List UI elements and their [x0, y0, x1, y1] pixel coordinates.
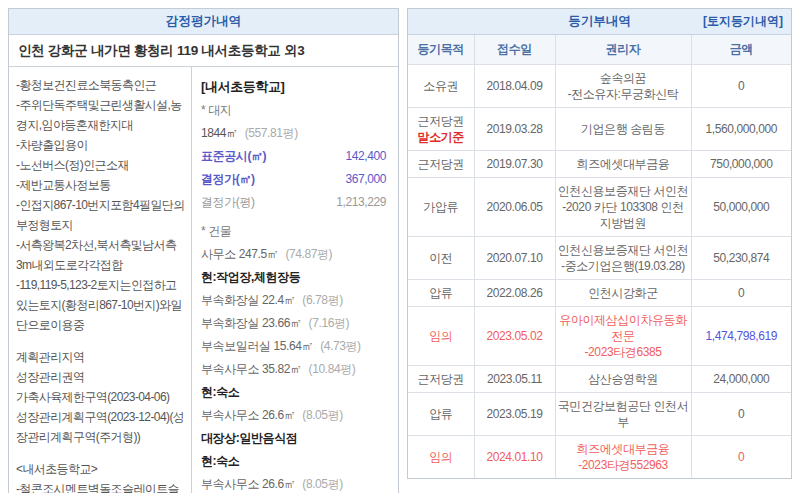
notes-spacer: [16, 335, 187, 347]
purpose-cell: 압류: [408, 280, 474, 307]
amount-cell: 0: [691, 280, 791, 307]
item-pyeong: (8.05평): [302, 477, 343, 491]
amount-cell: 24,000,000: [691, 366, 791, 393]
date-cell: 2023.05.02: [474, 307, 555, 366]
item-pyeong: (8.05평): [302, 408, 343, 422]
item-text: 대장상:일반음식점: [201, 431, 297, 445]
column-header: 권리자: [555, 35, 691, 65]
purpose-cell: 이전: [408, 237, 474, 280]
purpose-cell: 근저당권: [408, 151, 474, 178]
item-text: 부속보일러실 15.64㎡: [201, 339, 313, 353]
registry-table-box: 등기부내역 [토지등기내역] 등기목적접수일권리자금액 소유권2018.04.0…: [407, 8, 792, 479]
item-text: 부속화장실 22.4㎡: [201, 293, 295, 307]
item-pyeong: (6.78평): [302, 293, 343, 307]
column-header: 접수일: [474, 35, 555, 65]
note-line: 가축사육제한구역(2023-04-06): [16, 387, 187, 407]
holder-line: 희즈에셋대부금융: [558, 441, 689, 457]
usage-line: 현:작업장,체험장등: [201, 266, 388, 289]
building-item: 부속사무소 35.82㎡(10.84평): [201, 358, 388, 381]
amount-cell: 50,000,000: [691, 178, 791, 237]
appraisal-panel: 감정평가내역 인천 강화군 내가면 황청리 119 내서초등학교 외3 -황청보…: [8, 8, 399, 493]
price-label: 표준공시(㎡): [201, 145, 266, 168]
item-pyeong: (4.73평): [320, 339, 361, 353]
note-line: 성장관리권역: [16, 367, 187, 387]
purpose-cell: 임의: [408, 307, 474, 366]
land-area-pyeong: (557.81평): [245, 126, 298, 140]
note-line: -차량출입용이: [16, 135, 187, 155]
registry-header-row: 등기목적접수일권리자금액: [408, 35, 791, 65]
date-cell: 2022.08.26: [474, 280, 555, 307]
holder-cell: 국민건강보험공단 인천서부: [555, 393, 691, 436]
note-line: -119,119-5,123-2토지는인접하고있는토지(황청리867-10번지)…: [16, 275, 187, 335]
registry-table-header: 등기목적접수일권리자금액: [408, 35, 791, 65]
holder-line: -전소유자:무궁화신탁: [558, 86, 689, 102]
usage-line: 대장상:일반음식점: [201, 427, 388, 450]
building-item: 부속사무소 26.6㎡(8.05평): [201, 404, 388, 427]
date-cell: 2023.05.19: [474, 393, 555, 436]
table-row: 임의2023.05.02유아이제삼십이차유동화전문-2023타경63851,47…: [408, 307, 791, 366]
land-registry-link[interactable]: [토지등기내역]: [703, 13, 783, 30]
note-line: 성장관리계획구역(2023-12-04)(성장관리계획구역(주거형)): [16, 407, 187, 447]
purpose-text: 근저당권: [410, 113, 472, 129]
purpose-text: 가압류: [410, 199, 472, 215]
registry-panel: 등기부내역 [토지등기내역] 등기목적접수일권리자금액 소유권2018.04.0…: [407, 8, 792, 493]
table-row: 임의2024.01.10희즈에셋대부금융-2023타경5529630: [408, 436, 791, 479]
holder-line: 기업은행 송림동: [558, 121, 689, 137]
holder-cell: 숲속의꿈-전소유자:무궁화신탁: [555, 65, 691, 108]
land-area-line: 1844㎡(557.81평): [201, 122, 388, 145]
registry-header: 등기부내역 [토지등기내역]: [408, 9, 791, 35]
price-row-1: 결정가(㎡)367,000: [201, 168, 388, 191]
note-line: -제반교통사정보통: [16, 175, 187, 195]
table-row: 압류2022.08.26인천시강화군0: [408, 280, 791, 307]
note-line: -인접지867-10번지포함4필일단의부정형토지: [16, 195, 187, 235]
purpose-cell: 근저당권말소기준: [408, 108, 474, 151]
land-label: * 대지: [201, 99, 388, 122]
item-text: 부속사무소 26.6㎡: [201, 408, 295, 422]
date-cell: 2018.04.09: [474, 65, 555, 108]
holder-line: -2023타경552963: [558, 457, 689, 473]
purpose-text: 근저당권: [410, 371, 472, 387]
column-header: 금액: [691, 35, 791, 65]
registry-table: 등기목적접수일권리자금액 소유권2018.04.09숲속의꿈-전소유자:무궁화신…: [408, 35, 791, 478]
purpose-cell: 가압류: [408, 178, 474, 237]
purpose-text: 임의: [410, 328, 472, 344]
building-detail: [내서초등학교]* 대지1844㎡(557.81평)표준공시(㎡)142,400…: [191, 67, 398, 493]
holder-line: 부: [558, 414, 689, 430]
amount-cell: 50,230,874: [691, 237, 791, 280]
note-line: 계획관리지역: [16, 347, 187, 367]
table-row: 가압류2020.06.05인천신용보증재단 서인천-2020 카단 103308…: [408, 178, 791, 237]
holder-cell: 인천신용보증재단 서인천-2020 카단 103308 인천지방법원: [555, 178, 691, 237]
holder-line: 인천시강화군: [558, 285, 689, 301]
item-text: 부속사무소 35.82㎡: [201, 362, 302, 376]
holder-cell: 희즈에셋대부금융-2023타경552963: [555, 436, 691, 479]
purpose-text: 이전: [410, 250, 472, 266]
cancellation-base-label: 말소기준: [410, 129, 472, 145]
holder-cell: 기업은행 송림동: [555, 108, 691, 151]
purpose-cell: 임의: [408, 436, 474, 479]
note-line: -노선버스(정)인근소재: [16, 155, 187, 175]
holder-line: 숲속의꿈: [558, 70, 689, 86]
holder-line: 삼산승영학원: [558, 371, 689, 387]
holder-line: 전문: [558, 328, 689, 344]
date-cell: 2023.05.11: [474, 366, 555, 393]
building-label: * 건물: [201, 220, 388, 243]
item-pyeong: (7.16평): [309, 316, 350, 330]
item-text: 부속사무소 26.6㎡: [201, 477, 295, 491]
building-item: 사무소 247.5㎡(74.87평): [201, 243, 388, 266]
holder-line: 인천신용보증재단 서인천: [558, 242, 689, 258]
building-name: [내서초등학교]: [201, 75, 388, 99]
purpose-text: 압류: [410, 406, 472, 422]
appraisal-title: 감정평가내역: [166, 13, 241, 30]
purpose-cell: 압류: [408, 393, 474, 436]
holder-line: 인천신용보증재단 서인천: [558, 183, 689, 199]
amount-cell: 0: [691, 436, 791, 479]
building-item: 부속보일러실 15.64㎡(4.73평): [201, 335, 388, 358]
land-area-value: 1844㎡: [201, 126, 238, 140]
location-notes: -황청보건진료소북동측인근-주위단독주택및근린생활시설,농경지,임야등혼재한지대…: [9, 67, 191, 493]
price-label: 결정가(㎡): [201, 168, 255, 191]
holder-line: 유아이제삼십이차유동화: [558, 312, 689, 328]
note-line: -황청보건진료소북동측인근: [16, 75, 187, 95]
building-item: 부속화장실 23.66㎡(7.16평): [201, 312, 388, 335]
holder-cell: 유아이제삼십이차유동화전문-2023타경6385: [555, 307, 691, 366]
appraisal-header: 감정평가내역: [9, 9, 398, 35]
